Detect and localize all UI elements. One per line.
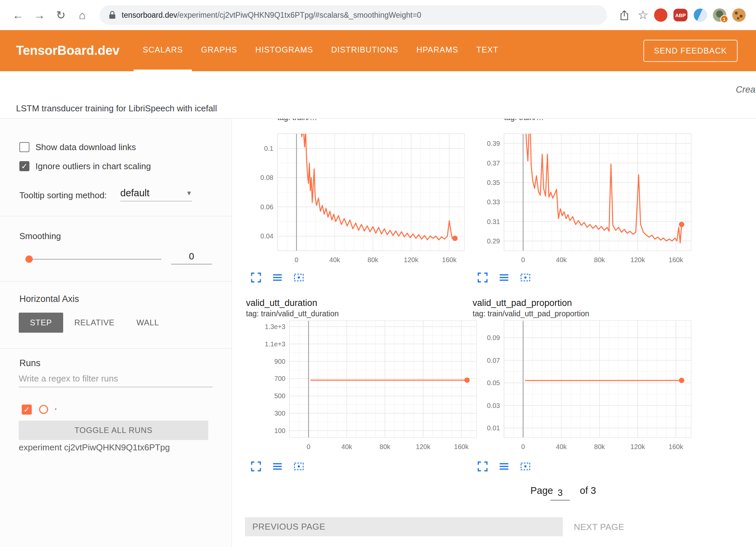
axis-relative-button[interactable]: RELATIVE bbox=[70, 313, 119, 333]
svg-text:80k: 80k bbox=[380, 443, 391, 450]
runs-filter-input[interactable] bbox=[19, 370, 213, 387]
divider bbox=[0, 281, 232, 282]
smoothing-slider-thumb[interactable] bbox=[25, 255, 33, 263]
svg-text:0.09: 0.09 bbox=[487, 334, 500, 341]
svg-text:0.29: 0.29 bbox=[487, 237, 500, 245]
show-download-links-checkbox[interactable] bbox=[19, 142, 29, 152]
svg-text:0: 0 bbox=[521, 443, 525, 450]
axis-wall-button[interactable]: WALL bbox=[131, 313, 164, 333]
previous-page-button[interactable]: PREVIOUS PAGE bbox=[245, 517, 563, 536]
chart-title: valid_utt_pad_proportion bbox=[473, 298, 572, 308]
runs-menu-icon[interactable] bbox=[498, 461, 510, 472]
chart-canvas-top-left[interactable]: 040k80k120k160k0.040.060.080.1 bbox=[249, 132, 468, 269]
runs-menu-icon[interactable] bbox=[272, 272, 283, 283]
charts-panel: tag: train/… tag: train/… 040k80k120k160… bbox=[232, 119, 756, 547]
ignore-outliers-label: Ignore outliers in chart scaling bbox=[35, 161, 151, 172]
url-text: tensorboard.dev/experiment/cj2vtPiwQHKN9… bbox=[122, 11, 421, 20]
fit-domain-icon[interactable] bbox=[520, 272, 531, 283]
svg-text:120k: 120k bbox=[416, 443, 430, 450]
page-number-input[interactable] bbox=[550, 486, 570, 501]
lock-icon bbox=[108, 10, 116, 20]
back-icon[interactable]: ← bbox=[10, 7, 26, 23]
axis-step-button[interactable]: STEP bbox=[19, 313, 63, 333]
url-bar[interactable]: tensorboard.dev/experiment/cj2vtPiwQHKN9… bbox=[100, 5, 607, 25]
app-header: TensorBoard.dev SCALARS GRAPHS HISTOGRAM… bbox=[0, 30, 756, 71]
tab-hparams[interactable]: HPARAMS bbox=[407, 30, 467, 71]
expand-chart-icon[interactable] bbox=[477, 272, 488, 283]
chart-tag: tag: train/valid_utt_duration bbox=[246, 309, 339, 318]
abp-extension-icon[interactable]: ABP bbox=[673, 9, 687, 21]
smoothing-value-input[interactable] bbox=[171, 249, 212, 264]
expand-chart-icon[interactable] bbox=[250, 461, 262, 472]
svg-text:500: 500 bbox=[274, 392, 285, 400]
svg-text:120k: 120k bbox=[630, 256, 645, 263]
svg-text:40k: 40k bbox=[329, 256, 340, 263]
page-label: Page bbox=[530, 485, 553, 496]
share-icon[interactable] bbox=[616, 7, 632, 23]
chart-title: valid_utt_duration bbox=[246, 298, 317, 308]
profile-avatar[interactable]: 1 bbox=[713, 8, 726, 22]
refresh-icon[interactable]: ↻ bbox=[53, 7, 69, 23]
svg-text:0.04: 0.04 bbox=[260, 232, 273, 240]
page-of-label: of 3 bbox=[580, 485, 596, 496]
svg-text:0.05: 0.05 bbox=[487, 379, 500, 387]
chart-actions bbox=[477, 272, 531, 283]
bookmark-star-icon[interactable]: ☆ bbox=[635, 8, 651, 22]
runs-menu-icon[interactable] bbox=[498, 272, 510, 283]
svg-text:0.37: 0.37 bbox=[487, 159, 500, 167]
toggle-all-runs-button[interactable]: TOGGLE ALL RUNS bbox=[19, 421, 208, 440]
svg-text:0: 0 bbox=[521, 256, 525, 263]
svg-text:160k: 160k bbox=[669, 443, 683, 450]
svg-text:120k: 120k bbox=[404, 256, 418, 263]
tab-scalars[interactable]: SCALARS bbox=[134, 30, 192, 71]
tab-distributions[interactable]: DISTRIBUTIONS bbox=[322, 30, 407, 71]
tab-graphs[interactable]: GRAPHS bbox=[192, 30, 246, 71]
send-feedback-button[interactable]: SEND FEEDBACK bbox=[643, 40, 738, 62]
tooltip-sorting-dropdown[interactable]: default ▼ bbox=[120, 188, 192, 201]
svg-text:40k: 40k bbox=[341, 443, 352, 450]
run-checkbox[interactable]: ✓ bbox=[22, 405, 32, 415]
svg-text:0.1: 0.1 bbox=[264, 145, 273, 152]
chart-canvas-top-right[interactable]: 040k80k120k160k0.290.310.330.350.370.39 bbox=[476, 132, 695, 269]
chart-canvas-bottom-right[interactable]: 040k80k120k160k0.010.030.050.070.09 bbox=[476, 319, 695, 456]
url-path: /experiment/cj2vtPiwQHKN9Q1tx6PTpg/#scal… bbox=[177, 11, 421, 19]
fit-domain-icon[interactable] bbox=[293, 461, 304, 472]
share-icon-svg bbox=[619, 9, 630, 21]
svg-text:0.06: 0.06 bbox=[260, 203, 273, 211]
svg-text:0.03: 0.03 bbox=[487, 402, 500, 409]
svg-text:0.07: 0.07 bbox=[487, 357, 500, 364]
chart-actions bbox=[250, 461, 304, 472]
smoothing-slider-track[interactable] bbox=[29, 259, 161, 260]
svg-text:160k: 160k bbox=[442, 256, 457, 263]
fit-domain-icon[interactable] bbox=[293, 272, 304, 283]
chart-clipped-tag: tag: train/… bbox=[277, 119, 421, 122]
tab-histograms[interactable]: HISTOGRAMS bbox=[246, 30, 322, 71]
chart-tag: tag: train/valid_utt_pad_proportion bbox=[473, 309, 589, 318]
run-color-swatch bbox=[39, 405, 48, 414]
forward-icon[interactable]: → bbox=[31, 7, 47, 23]
chart-canvas-bottom-left[interactable]: 040k80k120k160k1003005007009001.1e+31.3e… bbox=[261, 319, 480, 456]
svg-text:0.01: 0.01 bbox=[487, 424, 500, 432]
tab-text[interactable]: TEXT bbox=[467, 30, 507, 71]
app-logo[interactable]: TensorBoard.dev bbox=[16, 43, 116, 58]
expand-chart-icon[interactable] bbox=[477, 461, 488, 472]
ignore-outliers-checkbox[interactable]: ✓ bbox=[19, 161, 29, 171]
run-name-label: . bbox=[54, 401, 57, 412]
cookie-extension-icon[interactable] bbox=[732, 8, 746, 22]
adblock-extension-icon[interactable] bbox=[654, 8, 667, 22]
expand-chart-icon[interactable] bbox=[250, 272, 262, 283]
settings-sidebar: Show data download links ✓ Ignore outlie… bbox=[0, 119, 232, 547]
blue-extension-icon[interactable] bbox=[694, 8, 707, 22]
url-domain: tensorboard.dev bbox=[122, 11, 177, 19]
runs-label: Runs bbox=[19, 358, 40, 368]
horizontal-axis-label: Horizontal Axis bbox=[19, 294, 79, 304]
chart-clipped-tag: tag: train/… bbox=[504, 119, 648, 122]
svg-text:1.1e+3: 1.1e+3 bbox=[265, 340, 285, 348]
next-page-button[interactable]: NEXT PAGE bbox=[574, 522, 624, 532]
svg-text:160k: 160k bbox=[454, 443, 469, 450]
fit-domain-icon[interactable] bbox=[520, 461, 531, 472]
home-icon[interactable]: ⌂ bbox=[74, 7, 90, 23]
runs-menu-icon[interactable] bbox=[272, 461, 283, 472]
browser-toolbar: ← → ↻ ⌂ tensorboard.dev/experiment/cj2vt… bbox=[0, 0, 756, 30]
subheader-right-text: Crea bbox=[736, 85, 755, 95]
